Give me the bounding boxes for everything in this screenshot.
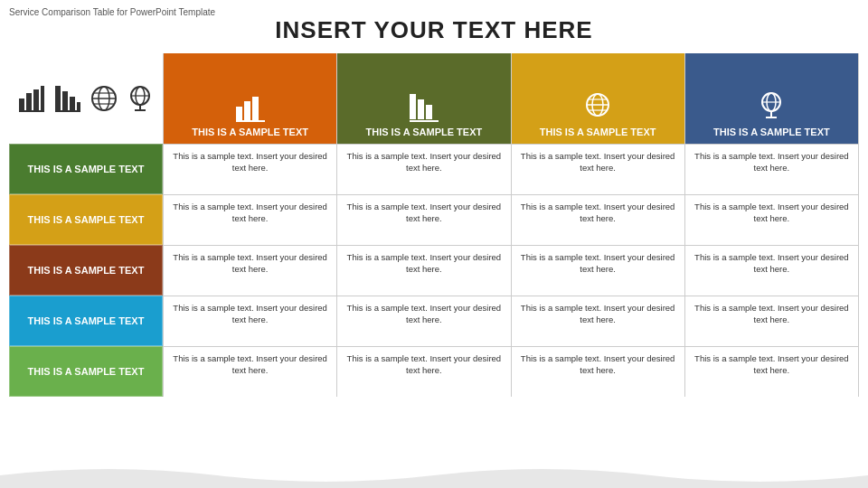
data-col-3: THIS IS A SAMPLE TEXT This is a sample t…	[511, 53, 684, 397]
globe-icon-1	[90, 84, 118, 113]
cell-1-3: This is a sample text. Insert your desir…	[164, 245, 336, 296]
data-col-2: THIS IS A SAMPLE TEXT This is a sample t…	[336, 53, 510, 397]
comparison-table: THIS IS A SAMPLE TEXT THIS IS A SAMPLE T…	[0, 53, 868, 397]
cell-4-3: This is a sample text. Insert your desir…	[685, 245, 858, 296]
row-label-1: THIS IS A SAMPLE TEXT	[9, 144, 163, 194]
col3-icon	[581, 89, 614, 123]
col2-header-text: THIS IS A SAMPLE TEXT	[365, 127, 482, 138]
svg-rect-8	[77, 102, 80, 111]
col3-header-text: THIS IS A SAMPLE TEXT	[540, 127, 656, 138]
icon-header	[9, 53, 163, 144]
row-label-3: THIS IS A SAMPLE TEXT	[9, 245, 163, 296]
svg-rect-5	[55, 86, 61, 111]
svg-rect-7	[70, 97, 75, 111]
svg-rect-22	[252, 97, 259, 121]
svg-rect-6	[62, 91, 68, 111]
col4-header-text: THIS IS A SAMPLE TEXT	[713, 127, 830, 138]
cell-2-2: This is a sample text. Insert your desir…	[337, 194, 510, 245]
cell-4-2: This is a sample text. Insert your desir…	[685, 194, 858, 245]
svg-rect-26	[426, 105, 432, 119]
data-col-1: THIS IS A SAMPLE TEXT This is a sample t…	[163, 53, 336, 397]
col-header-1: THIS IS A SAMPLE TEXT	[164, 53, 336, 144]
col-header-4: THIS IS A SAMPLE TEXT	[685, 53, 858, 144]
col-header-2: THIS IS A SAMPLE TEXT	[337, 53, 510, 144]
bar-chart-icon-1	[17, 84, 46, 113]
svg-rect-2	[33, 89, 39, 111]
row-label-5: THIS IS A SAMPLE TEXT	[9, 346, 163, 397]
cell-2-3: This is a sample text. Insert your desir…	[337, 245, 510, 296]
row-label-4: THIS IS A SAMPLE TEXT	[9, 296, 163, 346]
cell-4-1: This is a sample text. Insert your desir…	[685, 144, 858, 194]
left-column: THIS IS A SAMPLE TEXT THIS IS A SAMPLE T…	[9, 53, 163, 397]
cell-4-4: This is a sample text. Insert your desir…	[685, 296, 858, 346]
svg-rect-21	[244, 101, 250, 121]
cell-1-2: This is a sample text. Insert your desir…	[164, 194, 336, 245]
col4-icon	[755, 89, 788, 123]
cell-2-4: This is a sample text. Insert your desir…	[337, 296, 510, 346]
svg-rect-0	[19, 99, 24, 111]
col1-header-text: THIS IS A SAMPLE TEXT	[192, 127, 308, 138]
cell-4-5: This is a sample text. Insert your desir…	[685, 346, 858, 397]
watermark: Service Comparison Table for PowerPoint …	[9, 7, 215, 17]
wave-decoration	[0, 463, 868, 488]
globe-stand-icon-1	[126, 84, 155, 113]
cell-3-1: This is a sample text. Insert your desir…	[512, 144, 684, 194]
col-header-3: THIS IS A SAMPLE TEXT	[512, 53, 684, 144]
cell-2-5: This is a sample text. Insert your desir…	[337, 346, 510, 397]
cell-3-3: This is a sample text. Insert your desir…	[512, 245, 684, 296]
svg-rect-1	[26, 93, 32, 111]
col1-icon	[234, 89, 267, 123]
row-label-2: THIS IS A SAMPLE TEXT	[9, 194, 163, 245]
bar-chart-decline-icon	[53, 84, 82, 113]
cell-3-4: This is a sample text. Insert your desir…	[512, 296, 684, 346]
cell-1-5: This is a sample text. Insert your desir…	[164, 346, 336, 397]
data-columns: THIS IS A SAMPLE TEXT This is a sample t…	[163, 53, 859, 397]
svg-rect-25	[418, 99, 424, 119]
col2-icon	[408, 89, 440, 123]
cell-1-1: This is a sample text. Insert your desir…	[164, 144, 336, 194]
svg-rect-24	[410, 94, 416, 119]
svg-rect-3	[41, 86, 44, 111]
cell-3-2: This is a sample text. Insert your desir…	[512, 194, 684, 245]
cell-3-5: This is a sample text. Insert your desir…	[512, 346, 684, 397]
data-col-4: THIS IS A SAMPLE TEXT This is a sample t…	[684, 53, 859, 397]
cell-2-1: This is a sample text. Insert your desir…	[337, 144, 510, 194]
svg-rect-20	[236, 107, 242, 121]
cell-1-4: This is a sample text. Insert your desir…	[164, 296, 336, 346]
